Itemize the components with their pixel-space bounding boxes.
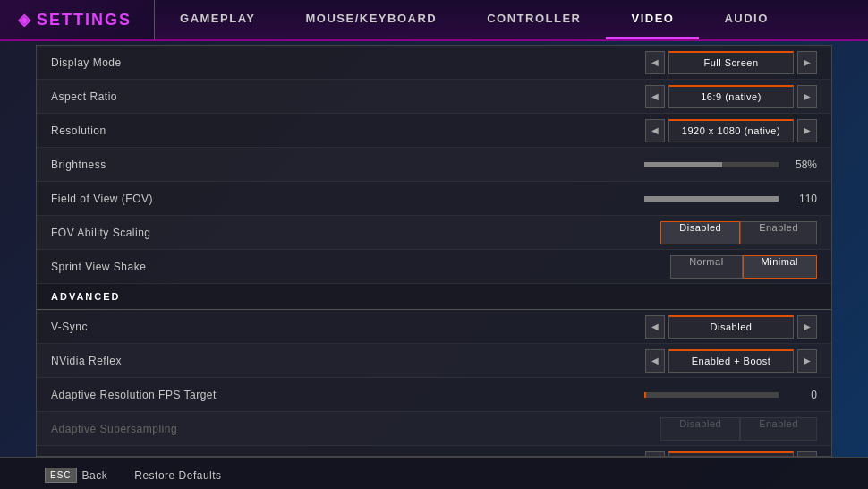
setting-row-fov-ability: FOV Ability Scaling Disabled Enabled: [37, 216, 831, 250]
control-fov-ability: Disabled Enabled: [660, 221, 817, 244]
setting-row-vsync: V-Sync ◀ Disabled ▶: [37, 310, 831, 344]
arrow-left-display-mode[interactable]: ◀: [645, 51, 665, 74]
arrow-right-display-mode[interactable]: ▶: [797, 51, 817, 74]
label-fov: Field of View (FOV): [51, 193, 644, 205]
adaptive-res-slider-fill: [644, 392, 646, 398]
fov-value: 110: [786, 193, 817, 205]
setting-row-sprint-shake: Sprint View Shake Normal Minimal: [37, 250, 831, 284]
title-icon: ◈: [18, 10, 32, 30]
settings-panel: Display Mode ◀ Full Screen ▶ Aspect Rati…: [36, 45, 832, 457]
fov-slider-fill: [644, 196, 779, 202]
setting-row-display-mode: Display Mode ◀ Full Screen ▶: [37, 46, 831, 80]
setting-row-aspect-ratio: Aspect Ratio ◀ 16:9 (native) ▶: [37, 80, 831, 114]
toggle-fov-ability-disabled[interactable]: Disabled: [660, 221, 740, 244]
back-action[interactable]: ESC Back: [45, 468, 107, 483]
restore-defaults-label: Restore Defaults: [134, 469, 221, 482]
arrow-left-vsync[interactable]: ◀: [645, 315, 665, 339]
tab-video[interactable]: VIDEO: [606, 0, 699, 39]
arrow-left-nvidia-reflex[interactable]: ◀: [645, 349, 665, 373]
control-adaptive-res: 0: [644, 389, 817, 401]
control-vsync: ◀ Disabled ▶: [645, 315, 817, 339]
setting-row-nvidia-reflex: NVidia Reflex ◀ Enabled + Boost ▶: [37, 344, 831, 378]
toggle-fov-ability-enabled[interactable]: Enabled: [740, 221, 817, 244]
brightness-value: 58%: [786, 159, 817, 171]
adaptive-res-slider-track[interactable]: [644, 392, 779, 398]
control-nvidia-reflex: ◀ Enabled + Boost ▶: [645, 349, 817, 373]
nav-tabs: GAMEPLAY MOUSE/KEYBOARD CONTROLLER VIDEO…: [155, 0, 868, 39]
adaptive-res-value: 0: [786, 389, 817, 401]
brightness-slider-track[interactable]: [644, 162, 779, 167]
restore-defaults-action[interactable]: Restore Defaults: [134, 469, 221, 482]
setting-row-fov: Field of View (FOV) 110: [37, 182, 831, 216]
label-brightness: Brightness: [51, 159, 644, 171]
setting-row-brightness: Brightness 58%: [37, 148, 831, 182]
arrow-right-aspect-ratio[interactable]: ▶: [797, 85, 817, 108]
label-display-mode: Display Mode: [51, 56, 645, 69]
control-sprint-shake: Normal Minimal: [670, 255, 817, 279]
nav-bar: ◈ SETTINGS GAMEPLAY MOUSE/KEYBOARD CONTR…: [0, 0, 868, 41]
main-content: Display Mode ◀ Full Screen ▶ Aspect Rati…: [36, 45, 832, 457]
label-vsync: V-Sync: [51, 321, 645, 333]
label-adaptive-res: Adaptive Resolution FPS Target: [51, 389, 644, 401]
back-label: Back: [82, 469, 108, 482]
control-display-mode: ◀ Full Screen ▶: [645, 51, 817, 74]
toggle-group-fov-ability: Disabled Enabled: [660, 221, 817, 244]
value-display-mode: Full Screen: [668, 51, 794, 74]
arrow-left-aspect-ratio[interactable]: ◀: [645, 85, 665, 108]
toggle-group-sprint-shake: Normal Minimal: [670, 255, 817, 279]
control-fov: 110: [644, 193, 817, 205]
toggle-sprint-normal[interactable]: Normal: [670, 255, 742, 279]
setting-row-anti-alias: Anti-aliasing ◀ None ▶: [37, 446, 831, 457]
label-sprint-shake: Sprint View Shake: [51, 261, 670, 273]
tab-controller[interactable]: CONTROLLER: [462, 0, 606, 39]
setting-row-resolution: Resolution ◀ 1920 x 1080 (native) ▶: [37, 114, 831, 148]
tab-audio[interactable]: AUDIO: [699, 0, 793, 39]
title-text: SETTINGS: [37, 11, 132, 30]
tab-mouse-keyboard[interactable]: MOUSE/KEYBOARD: [281, 0, 463, 39]
label-fov-ability: FOV Ability Scaling: [51, 227, 660, 239]
value-resolution: 1920 x 1080 (native): [668, 119, 794, 142]
arrow-left-resolution[interactable]: ◀: [645, 119, 665, 142]
app-title: ◈ SETTINGS: [0, 0, 155, 39]
label-aspect-ratio: Aspect Ratio: [51, 90, 645, 103]
label-resolution: Resolution: [51, 124, 645, 137]
control-brightness: 58%: [644, 159, 817, 171]
toggle-group-adaptive-super: Disabled Enabled: [660, 417, 817, 441]
label-adaptive-super: Adaptive Supersampling: [51, 423, 660, 435]
brightness-slider-fill: [644, 162, 722, 167]
toggle-sprint-minimal[interactable]: Minimal: [743, 255, 817, 279]
control-adaptive-super: Disabled Enabled: [660, 417, 817, 441]
arrow-right-resolution[interactable]: ▶: [797, 119, 817, 142]
bottom-bar: ESC Back Restore Defaults: [0, 457, 868, 489]
label-nvidia-reflex: NVidia Reflex: [51, 355, 645, 367]
fov-slider-track[interactable]: [644, 196, 779, 202]
value-aspect-ratio: 16:9 (native): [668, 85, 794, 108]
advanced-section-header: ADVANCED: [37, 284, 831, 310]
value-vsync: Disabled: [668, 315, 794, 339]
control-aspect-ratio: ◀ 16:9 (native) ▶: [645, 85, 817, 108]
value-nvidia-reflex: Enabled + Boost: [668, 349, 794, 373]
control-resolution: ◀ 1920 x 1080 (native) ▶: [645, 119, 817, 142]
tab-gameplay[interactable]: GAMEPLAY: [155, 0, 280, 39]
arrow-right-vsync[interactable]: ▶: [797, 315, 817, 339]
toggle-adaptive-super-enabled: Enabled: [740, 417, 817, 441]
esc-key-badge: ESC: [45, 468, 77, 483]
arrow-right-nvidia-reflex[interactable]: ▶: [797, 349, 817, 373]
setting-row-adaptive-super: Adaptive Supersampling Disabled Enabled: [37, 412, 831, 446]
toggle-adaptive-super-disabled: Disabled: [660, 417, 740, 441]
setting-row-adaptive-res: Adaptive Resolution FPS Target 0: [37, 378, 831, 412]
